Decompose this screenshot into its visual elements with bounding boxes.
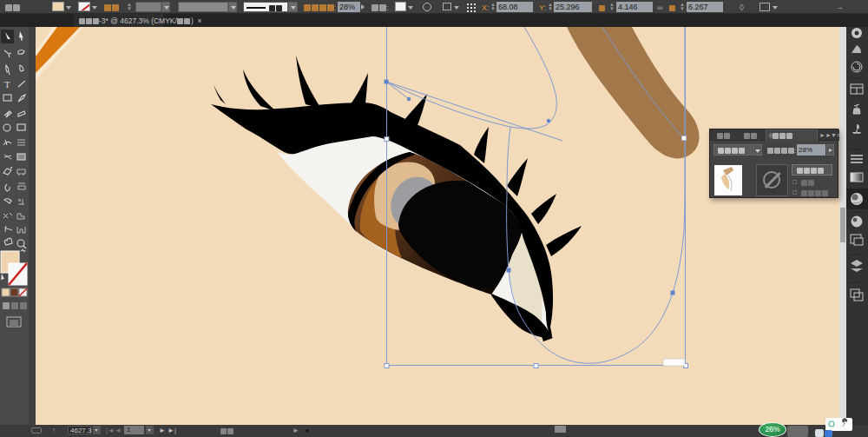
svg-text:T: T — [4, 79, 10, 89]
